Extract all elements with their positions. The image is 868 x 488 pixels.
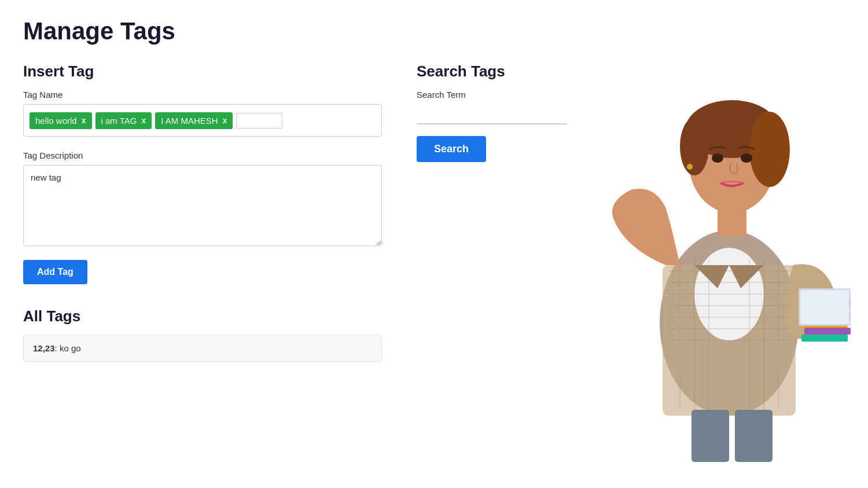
svg-point-9 <box>687 164 693 170</box>
svg-rect-19 <box>692 410 729 462</box>
woman-illustration <box>579 45 868 462</box>
tag-chip-i-am-tag[interactable]: i am TAG x <box>95 112 152 129</box>
svg-point-8 <box>741 153 752 163</box>
tag-name-text-input[interactable] <box>236 113 282 129</box>
svg-rect-18 <box>800 290 849 324</box>
svg-point-5 <box>749 112 790 187</box>
add-tag-button[interactable]: Add Tag <box>23 260 87 284</box>
search-button[interactable]: Search <box>417 136 486 162</box>
tag-remove-i-am-tag[interactable]: x <box>141 116 146 125</box>
tag-description-textarea[interactable]: new tag <box>23 165 382 246</box>
search-tags-section: Search Tags Search Term Search <box>417 63 845 162</box>
svg-rect-16 <box>801 335 848 342</box>
tag-description-label: Tag Description <box>23 151 382 160</box>
all-tags-section: All Tags 12,23: ko go <box>23 307 382 362</box>
tag-remove-i-am-mahesh[interactable]: x <box>223 116 227 125</box>
svg-rect-10 <box>718 207 746 236</box>
svg-point-7 <box>712 153 723 163</box>
svg-rect-20 <box>735 410 773 462</box>
insert-tag-section: Insert Tag Tag Name hello world x i am T… <box>23 63 382 362</box>
svg-rect-15 <box>804 328 851 335</box>
insert-tag-heading: Insert Tag <box>23 63 382 80</box>
tag-chip-hello-world[interactable]: hello world x <box>30 112 92 129</box>
search-input[interactable] <box>417 104 567 124</box>
tag-ids: 12,23 <box>33 343 55 353</box>
all-tags-heading: All Tags <box>23 307 382 325</box>
svg-point-6 <box>680 118 709 175</box>
page-title: Manage Tags <box>23 17 845 45</box>
tag-name-label: Tag Name <box>23 90 382 100</box>
tag-chip-label: hello world <box>35 116 77 126</box>
tag-name-value: : ko go <box>55 343 81 353</box>
tag-remove-hello-world[interactable]: x <box>82 116 86 125</box>
tag-chip-label: I AM MAHESH <box>161 116 218 126</box>
tag-chip-i-am-mahesh[interactable]: I AM MAHESH x <box>155 112 233 129</box>
tag-list-item: 12,23: ko go <box>23 335 382 362</box>
tag-name-input-container[interactable]: hello world x i am TAG x I AM MAHESH x <box>23 104 382 137</box>
tag-chip-label: i am TAG <box>101 116 137 126</box>
woman-svg <box>579 45 868 462</box>
